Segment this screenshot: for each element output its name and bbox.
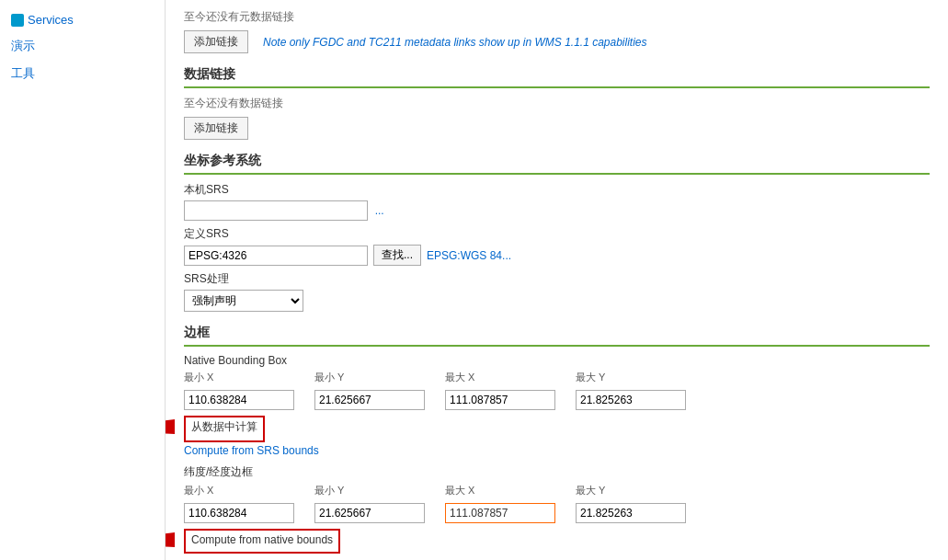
latlon-max-x-input[interactable] bbox=[445, 503, 555, 523]
epsg-input[interactable] bbox=[184, 246, 368, 266]
srs-handling-select[interactable]: 强制声明 保持原样 重新投影到声明 bbox=[184, 290, 303, 312]
main-content: 至今还没有元数据链接 添加链接 Note only FGDC and TC211… bbox=[166, 0, 948, 560]
compute-from-data-wrapper: 从数据中计算 bbox=[184, 416, 265, 442]
meta-links-section: 至今还没有元数据链接 添加链接 Note only FGDC and TC211… bbox=[184, 9, 930, 53]
services-icon bbox=[11, 14, 24, 27]
data-links-section: 数据链接 至今还没有数据链接 添加链接 bbox=[184, 66, 930, 140]
defined-srs-label: 定义SRS bbox=[184, 226, 930, 242]
meta-link-note: Note only FGDC and TC211 metadata links … bbox=[263, 36, 647, 49]
latlon-header-row: 最小 X 最小 Y 最大 X 最大 Y bbox=[184, 484, 930, 497]
arrow-indicator-1 bbox=[166, 416, 179, 438]
data-links-heading: 数据链接 bbox=[184, 66, 930, 83]
sidebar-services-label: Services bbox=[28, 13, 74, 27]
native-col-min-y: 最小 Y bbox=[314, 371, 434, 384]
native-col-min-x: 最小 X bbox=[184, 371, 303, 384]
latlon-values-row bbox=[184, 503, 930, 523]
compute-from-native-button[interactable]: Compute from native bounds bbox=[191, 533, 333, 546]
add-meta-link-button[interactable]: 添加链接 bbox=[184, 30, 248, 53]
sidebar-item-services[interactable]: Services bbox=[0, 7, 165, 32]
arrow-indicator-2 bbox=[166, 529, 179, 551]
add-data-link-button[interactable]: 添加链接 bbox=[184, 117, 248, 140]
bounding-box-section: 边框 Native Bounding Box 最小 X 最小 Y 最大 X 最大… bbox=[184, 325, 930, 554]
latlon-max-y-input[interactable] bbox=[576, 503, 686, 523]
native-max-x-input[interactable] bbox=[445, 390, 555, 410]
find-srs-button[interactable]: 查找... bbox=[373, 245, 421, 266]
no-data-links-text: 至今还没有数据链接 bbox=[184, 96, 930, 111]
compute-from-srs-link[interactable]: Compute from SRS bounds bbox=[184, 444, 930, 457]
latlon-min-x-input[interactable] bbox=[184, 503, 294, 523]
native-min-x-input[interactable] bbox=[184, 390, 294, 410]
native-col-max-x: 最大 X bbox=[445, 371, 565, 384]
sidebar: Services 演示 工具 bbox=[0, 0, 166, 560]
sidebar-presentation-label: 演示 bbox=[11, 38, 35, 54]
bbox-heading: 边框 bbox=[184, 325, 930, 341]
sidebar-item-tools[interactable]: 工具 bbox=[0, 60, 165, 87]
svg-marker-0 bbox=[166, 419, 175, 434]
compute-from-data-button[interactable]: 从数据中计算 bbox=[191, 419, 257, 435]
crs-divider bbox=[184, 173, 930, 175]
native-col-max-y: 最大 Y bbox=[576, 371, 695, 384]
srs-handling-label: SRS处理 bbox=[184, 271, 930, 287]
native-bb-header-row: 最小 X 最小 Y 最大 X 最大 Y bbox=[184, 371, 930, 384]
native-srs-dots: ... bbox=[375, 204, 384, 217]
crs-section: 坐标参考系统 本机SRS ... 定义SRS 查找... EPSG:WGS 84… bbox=[184, 153, 930, 312]
latlon-col-max-y: 最大 Y bbox=[576, 484, 695, 497]
native-max-y-input[interactable] bbox=[576, 390, 686, 410]
bbox-divider bbox=[184, 345, 930, 347]
no-meta-links-text: 至今还没有元数据链接 bbox=[184, 9, 930, 25]
latlon-col-min-x: 最小 X bbox=[184, 484, 303, 497]
latlon-min-y-input[interactable] bbox=[314, 503, 425, 523]
latlon-col-max-x: 最大 X bbox=[445, 484, 565, 497]
compute-from-native-wrapper: Compute from native bounds bbox=[184, 529, 340, 554]
native-srs-label: 本机SRS bbox=[184, 182, 930, 198]
data-links-divider bbox=[184, 86, 930, 88]
svg-marker-1 bbox=[166, 532, 175, 547]
epsg-link[interactable]: EPSG:WGS 84... bbox=[427, 249, 511, 262]
native-bb-values-row bbox=[184, 390, 930, 410]
lat-lon-label: 纬度/经度边框 bbox=[184, 464, 930, 480]
native-min-y-input[interactable] bbox=[314, 390, 425, 410]
sidebar-tools-label: 工具 bbox=[11, 65, 35, 82]
native-bb-label: Native Bounding Box bbox=[184, 354, 930, 367]
sidebar-item-presentation[interactable]: 演示 bbox=[0, 32, 165, 60]
latlon-col-min-y: 最小 Y bbox=[314, 484, 434, 497]
crs-heading: 坐标参考系统 bbox=[184, 153, 930, 169]
native-srs-input[interactable] bbox=[184, 200, 368, 221]
